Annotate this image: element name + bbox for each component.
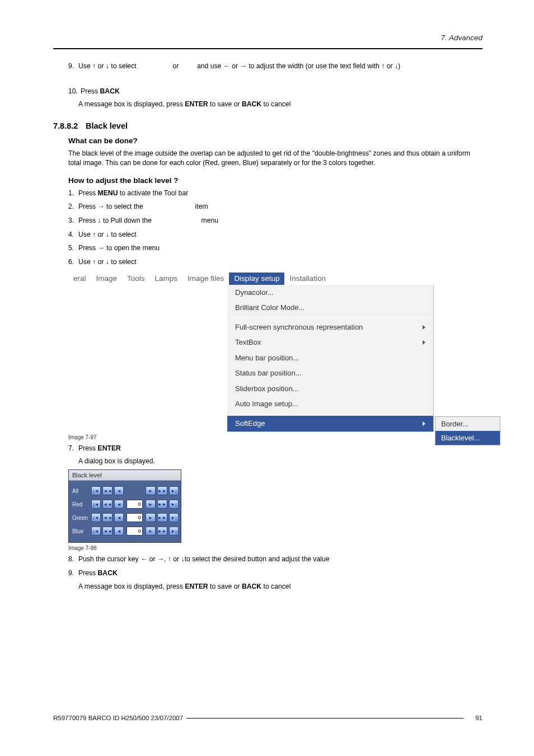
- step-number: 6.: [68, 257, 78, 267]
- step-number: 2.: [68, 202, 78, 212]
- after-step-7: 7. Press ENTER: [68, 444, 483, 454]
- step-number: 8.: [68, 555, 78, 565]
- next-button[interactable]: ►: [146, 527, 155, 536]
- dialog-body: All |◄ ◄◄ ◄ ► ►► ►| Red |◄ ◄◄ ◄ 0 ►: [69, 481, 181, 542]
- menu-item[interactable]: eral: [68, 273, 91, 285]
- enter-key: ENTER: [185, 100, 208, 108]
- first-button[interactable]: |◄: [91, 513, 101, 522]
- how-step-1: 1. Press MENU to activate the Tool bar: [68, 189, 483, 199]
- row-label: All: [71, 488, 90, 494]
- next-button[interactable]: ►: [146, 513, 155, 522]
- menu-separator: [231, 414, 430, 414]
- forward-button[interactable]: ►►: [157, 500, 167, 509]
- last-button[interactable]: ►|: [169, 500, 179, 509]
- text: menu: [199, 217, 218, 224]
- row-label: Red: [71, 501, 90, 508]
- dropdown-item[interactable]: Brilliant Color Mode...: [227, 300, 433, 316]
- black-level-dialog: Black level All |◄ ◄◄ ◄ ► ►► ►| Red |◄: [68, 469, 181, 543]
- next-button[interactable]: ►: [146, 500, 155, 509]
- dropdown-item[interactable]: Auto Image setup...: [227, 396, 433, 412]
- step-text: Press ENTER: [78, 444, 483, 454]
- step-number: 4.: [68, 230, 78, 240]
- rewind-button[interactable]: ◄◄: [102, 500, 113, 509]
- first-button[interactable]: |◄: [91, 486, 101, 495]
- first-button[interactable]: |◄: [91, 500, 101, 509]
- how-heading: How to adjust the black level ?: [68, 176, 483, 185]
- dropdown-label: TextBox: [235, 337, 261, 348]
- text: Use ↑ or ↓ to select: [78, 62, 138, 70]
- dropdown-label: Dynacolor...: [235, 288, 274, 298]
- how-step-6: 6. Use ↑ or ↓ to select: [68, 257, 483, 267]
- prev-button[interactable]: ◄: [114, 513, 124, 522]
- dropdown-item[interactable]: Menu bar position...: [227, 350, 433, 366]
- chevron-right-icon: [423, 421, 427, 426]
- row-label: Blue: [71, 528, 90, 534]
- value-field[interactable]: 0: [127, 527, 143, 536]
- text: A message box is displayed, press: [78, 100, 185, 108]
- forward-button[interactable]: ►►: [157, 527, 167, 536]
- dropdown-item[interactable]: Status bar position...: [227, 365, 433, 381]
- text: Press: [78, 189, 98, 197]
- final-step-9-sub: A message box is displayed, press ENTER …: [78, 583, 483, 590]
- menu-item[interactable]: Tools: [122, 273, 150, 285]
- forward-button[interactable]: ►►: [157, 486, 167, 495]
- step-text: Press BACK: [81, 87, 483, 97]
- dropdown-item[interactable]: Full-screen synchronous representation: [227, 320, 433, 335]
- text: Press: [78, 569, 98, 577]
- text: Press: [81, 87, 100, 95]
- prev-button[interactable]: ◄: [114, 527, 124, 536]
- dropdown-label: Full-screen synchronous representation: [235, 322, 363, 332]
- header-section-title: 7. Advanced: [53, 34, 483, 46]
- value-field[interactable]: 0: [127, 513, 143, 522]
- footer-rule: [186, 718, 463, 719]
- menu-item[interactable]: Image files: [182, 273, 229, 285]
- text: or: [171, 62, 181, 70]
- text: to save or: [208, 583, 242, 590]
- header-rule: [53, 48, 483, 49]
- text: to cancel: [261, 100, 291, 108]
- text: to save or: [208, 100, 242, 108]
- dropdown-item-selected[interactable]: SoftEdge: [227, 416, 433, 431]
- last-button[interactable]: ►|: [169, 486, 179, 495]
- text: Press ↓ to Pull down the: [78, 217, 153, 224]
- dropdown-label: Status bar position...: [235, 368, 302, 378]
- step-text: Press → to select the item: [78, 202, 483, 212]
- forward-button[interactable]: ►►: [157, 513, 167, 522]
- back-key: BACK: [242, 100, 261, 108]
- dropdown-item[interactable]: Dynacolor...: [227, 285, 433, 300]
- last-button[interactable]: ►|: [169, 527, 179, 536]
- last-button[interactable]: ►|: [169, 513, 179, 522]
- dialog-row-blue: Blue |◄ ◄◄ ◄ 0 ► ►► ►|: [71, 524, 179, 538]
- text: Press: [78, 444, 98, 452]
- what-heading: What can be done?: [68, 137, 483, 145]
- text: Press → to select the: [78, 203, 145, 210]
- dropdown-item[interactable]: Sliderbox position...: [227, 381, 433, 397]
- image-caption: Image 7-97: [68, 434, 483, 440]
- menu-item[interactable]: Installation: [284, 273, 331, 285]
- how-step-4: 4. Use ↑ or ↓ to select: [68, 230, 483, 240]
- rewind-button[interactable]: ◄◄: [102, 513, 113, 522]
- submenu-item[interactable]: Border...: [435, 417, 500, 431]
- menu-item[interactable]: Lamps: [150, 273, 183, 285]
- menu-item-active[interactable]: Display setup: [229, 273, 284, 285]
- next-button[interactable]: ►: [146, 486, 155, 495]
- menu-item[interactable]: Image: [91, 273, 123, 285]
- what-para: The black level of the image outside the…: [68, 149, 483, 168]
- back-key: BACK: [242, 583, 261, 590]
- step-number: 9.: [68, 62, 78, 72]
- dialog-title: Black level: [69, 470, 181, 481]
- submenu-item-selected[interactable]: Blacklevel...: [435, 431, 500, 445]
- rewind-button[interactable]: ◄◄: [102, 527, 113, 536]
- dropdown-item[interactable]: TextBox: [227, 335, 433, 350]
- menu-screenshot: eral Image Tools Lamps Image files Displ…: [68, 273, 480, 432]
- dropdown-label: Sliderbox position...: [235, 384, 298, 394]
- step-text: Push the cursor key ← or →, ↑ or ↓to sel…: [78, 555, 483, 565]
- prev-button[interactable]: ◄: [114, 486, 124, 495]
- prev-button[interactable]: ◄: [114, 500, 124, 509]
- first-button[interactable]: |◄: [91, 527, 101, 536]
- final-step-9: 9. Press BACK: [68, 569, 483, 579]
- rewind-button[interactable]: ◄◄: [102, 486, 113, 495]
- value-field[interactable]: 0: [127, 500, 143, 509]
- final-step-8: 8. Push the cursor key ← or →, ↑ or ↓to …: [68, 555, 483, 565]
- how-step-2: 2. Press → to select the item: [68, 202, 483, 212]
